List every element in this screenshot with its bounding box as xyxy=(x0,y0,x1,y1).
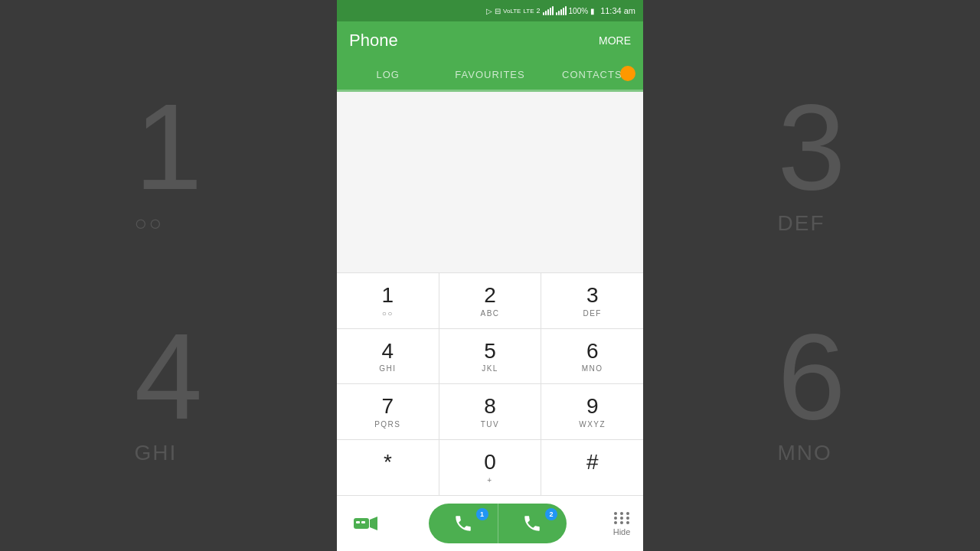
status-bar: ▷ ⊟ VoLTE LTE 2 100% ▮ 11:34 am xyxy=(337,0,643,21)
key-8[interactable]: 8 TUV xyxy=(439,384,542,439)
key-5[interactable]: 5 JKL xyxy=(439,329,542,384)
bg-digit-6: 6 MNO xyxy=(778,315,846,465)
key-0[interactable]: 0 + xyxy=(439,440,542,495)
bg-digit-4: 4 GHI xyxy=(135,315,203,465)
key-3[interactable]: 3 DEF xyxy=(541,273,643,328)
bg-digit-3: 3 DEF xyxy=(778,86,846,236)
video-camera-icon xyxy=(354,516,378,531)
call-2-badge: 2 xyxy=(545,508,557,520)
bottom-action-bar: 1 2 Hide xyxy=(337,495,643,551)
tab-favourites[interactable]: FAVOURITES xyxy=(439,60,541,90)
lte-icon: LTE xyxy=(523,8,534,15)
dial-display xyxy=(337,92,643,272)
signal-bars-2 xyxy=(556,6,567,15)
svg-point-4 xyxy=(614,512,617,515)
key-6[interactable]: 6 MNO xyxy=(541,329,643,384)
keypad-row-3: 7 PQRS 8 TUV 9 WXYZ xyxy=(337,384,643,440)
key-4[interactable]: 4 GHI xyxy=(337,329,439,384)
signal-bars-1 xyxy=(543,6,554,15)
bg-right: 3 DEF 6 MNO xyxy=(643,0,980,551)
keypad-row-4: * 0 + # xyxy=(337,440,643,495)
hide-keypad-button[interactable]: Hide xyxy=(612,510,631,536)
svg-point-12 xyxy=(626,521,629,524)
keypad-row-2: 4 GHI 5 JKL 6 MNO xyxy=(337,329,643,385)
bg-left: 1 ○○ 4 GHI xyxy=(0,0,337,551)
tab-log[interactable]: LOG xyxy=(337,60,439,90)
battery-icon: ▮ xyxy=(590,7,595,15)
svg-point-8 xyxy=(620,517,623,520)
sim2-icon: 2 xyxy=(537,7,541,15)
contacts-badge xyxy=(620,66,635,81)
svg-point-10 xyxy=(614,521,617,524)
key-9[interactable]: 9 WXYZ xyxy=(541,384,643,439)
call-buttons-group: 1 2 xyxy=(429,504,567,543)
status-time: 11:34 am xyxy=(600,6,635,15)
key-7[interactable]: 7 PQRS xyxy=(337,384,439,439)
app-header: Phone MORE xyxy=(337,21,643,60)
key-1[interactable]: 1 ○○ xyxy=(337,273,439,328)
call-1-badge: 1 xyxy=(476,508,488,520)
phone-call-1-icon xyxy=(453,514,473,533)
key-star[interactable]: * xyxy=(337,440,439,495)
svg-rect-2 xyxy=(356,521,360,523)
phone-screen: ▷ ⊟ VoLTE LTE 2 100% ▮ 11:34 am xyxy=(337,0,643,551)
svg-point-5 xyxy=(620,512,623,515)
status-icons: ▷ ⊟ VoLTE LTE 2 100% ▮ 11:34 am xyxy=(486,6,635,15)
tab-bar: LOG FAVOURITES CONTACTS xyxy=(337,60,643,92)
battery-percent: 100% xyxy=(569,7,589,15)
keypad: 1 ○○ 2 ABC 3 DEF 4 GHI 5 JKL 6 xyxy=(337,272,643,495)
svg-point-9 xyxy=(626,517,629,520)
svg-point-11 xyxy=(620,521,623,524)
video-status-icon: ▷ xyxy=(486,7,492,15)
call-button-2[interactable]: 2 xyxy=(498,504,567,543)
app-title: Phone xyxy=(349,31,398,51)
phone-call-2-icon xyxy=(522,514,542,533)
svg-rect-0 xyxy=(354,518,369,529)
call-button-1[interactable]: 1 xyxy=(429,504,498,543)
volte-icon: VoLTE xyxy=(503,8,521,15)
svg-point-7 xyxy=(614,517,617,520)
tab-contacts-wrapper[interactable]: CONTACTS xyxy=(541,60,643,90)
video-call-button[interactable] xyxy=(349,507,383,540)
bg-digit-1: 1 ○○ xyxy=(135,86,203,236)
key-hash[interactable]: # xyxy=(541,440,643,495)
key-2[interactable]: 2 ABC xyxy=(439,273,542,328)
more-button[interactable]: MORE xyxy=(599,34,631,47)
svg-marker-1 xyxy=(370,517,377,530)
keypad-row-1: 1 ○○ 2 ABC 3 DEF xyxy=(337,273,643,329)
svg-rect-3 xyxy=(361,521,365,523)
hide-label: Hide xyxy=(613,527,631,536)
wifi-status-icon: ⊟ xyxy=(495,7,501,15)
grid-icon xyxy=(612,510,631,526)
svg-point-6 xyxy=(626,512,629,515)
